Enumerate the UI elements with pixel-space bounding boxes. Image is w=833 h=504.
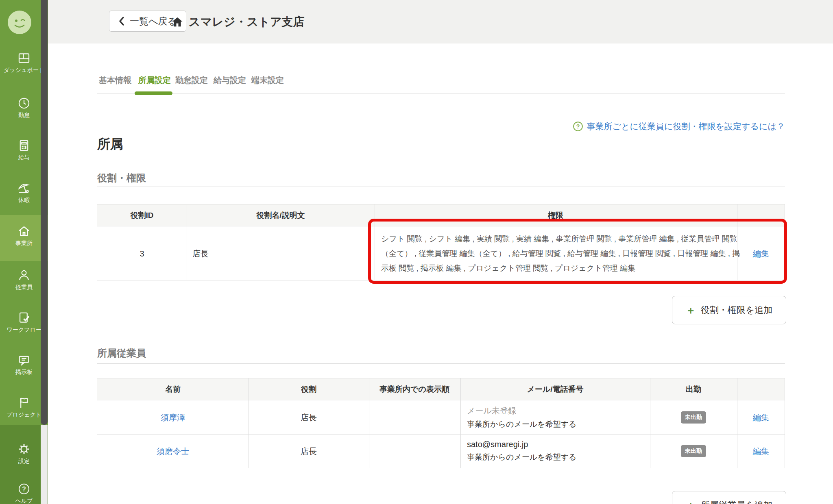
plus-icon: ＋	[686, 499, 696, 504]
dashboard-icon	[17, 51, 31, 65]
question-circle-icon: ?	[573, 121, 583, 132]
back-button-label: 一覧へ戻る	[130, 15, 177, 28]
permission-line: （全て） , 従業員管理 編集（全て） , 給与管理 閲覧 , 給与管理 編集 …	[381, 246, 740, 261]
row-border	[97, 434, 785, 434]
members-col-header-display-order: 事業所内での表示順	[379, 378, 449, 400]
question-circle-icon: ?	[17, 482, 31, 496]
sidebar-scrollbar-thumb[interactable]	[41, 0, 48, 425]
home-icon	[17, 224, 31, 238]
roles-col-header-name: 役割名/説明文	[256, 204, 305, 226]
role-edit-link[interactable]: 編集	[753, 248, 769, 259]
member-edit-link[interactable]: 編集	[753, 412, 769, 423]
column-border	[369, 378, 369, 468]
avatar[interactable]	[8, 11, 31, 34]
add-member-button[interactable]: ＋ 所属従業員を追加	[672, 491, 786, 504]
tab-basic-info[interactable]: 基本情報	[99, 75, 131, 86]
role-id-cell: 3	[140, 249, 144, 259]
chevron-left-icon	[118, 16, 125, 26]
tab-payroll-settings[interactable]: 給与設定	[214, 75, 246, 86]
roles-section-heading: 役割・権限	[97, 172, 146, 185]
top-header-bar: 一覧へ戻る スマレジ・ストア支店	[48, 0, 833, 43]
svg-text:?: ?	[576, 123, 580, 130]
member-mail-cell: メール未登録 事業所からのメールを希望する	[467, 401, 643, 434]
member-name-link[interactable]: 須磨令士	[157, 446, 189, 457]
flag-icon	[17, 396, 31, 410]
member-mail-primary: sato@smaregi.jp	[467, 440, 643, 449]
calculator-icon	[17, 139, 31, 152]
gear-icon	[17, 442, 31, 456]
active-tab-underline	[135, 91, 172, 95]
permission-line: シフト 閲覧 , シフト 編集 , 実績 閲覧 , 実績 編集 , 事業所管理 …	[381, 232, 740, 246]
column-border	[187, 204, 187, 280]
members-section-heading: 所属従業員	[97, 347, 146, 360]
add-role-button-label: 役割・権限を追加	[701, 304, 773, 316]
plus-icon: ＋	[686, 304, 696, 317]
member-role-cell: 店長	[301, 412, 317, 423]
roles-col-header-id: 役割ID	[131, 204, 154, 226]
member-mail-note: 事業所からのメールを希望する	[467, 419, 643, 430]
member-mail-note: 事業所からのメールを希望する	[467, 452, 643, 463]
page-title: 所属	[97, 135, 123, 153]
store-title: スマレジ・ストア支店	[171, 0, 305, 43]
roles-table: 役割ID 役割名/説明文 権限 3 店長 シフト 閲覧 , シフト 編集 , 実…	[97, 204, 785, 280]
tab-terminal-settings[interactable]: 端末設定	[251, 75, 284, 86]
person-icon	[17, 268, 31, 282]
roles-help-link-text: 事業所ごとに従業員に役割・権限を設定するには？	[587, 121, 785, 132]
column-border	[737, 378, 737, 468]
permission-line: 示板 閲覧 , 掲示板 編集 , プロジェクト管理 閲覧 , プロジェクト管理 …	[381, 261, 740, 276]
add-role-button[interactable]: ＋ 役割・権限を追加	[672, 296, 786, 324]
attendance-status-badge: 未出勤	[681, 411, 706, 424]
role-permissions-cell: シフト 閲覧 , シフト 編集 , 実績 閲覧 , 実績 編集 , 事業所管理 …	[381, 232, 740, 276]
tabs-divider-line	[97, 93, 785, 93]
member-mail-cell: sato@smaregi.jp 事業所からのメールを希望する	[467, 434, 643, 468]
member-edit-link[interactable]: 編集	[753, 446, 769, 457]
member-mail-primary: メール未登録	[467, 405, 643, 416]
members-col-header-mail: メール/電話番号	[527, 378, 583, 400]
add-member-button-label: 所属従業員を追加	[701, 499, 773, 504]
roles-help-link[interactable]: ? 事業所ごとに従業員に役割・権限を設定するには？	[573, 121, 785, 132]
tab-attendance-settings[interactable]: 勤怠設定	[175, 75, 208, 86]
members-col-header-attendance: 出勤	[686, 378, 701, 400]
app-window: ダッシュボード 勤怠 給与 休暇	[0, 0, 833, 504]
column-border	[249, 378, 249, 468]
column-border	[460, 378, 461, 468]
section-divider	[97, 187, 785, 187]
members-col-header-name: 名前	[165, 378, 181, 400]
member-name-link[interactable]: 須摩澤	[161, 412, 185, 423]
home-icon	[171, 16, 183, 28]
document-check-icon	[17, 311, 31, 325]
winking-face-icon	[8, 11, 31, 34]
attendance-status-badge: 未出勤	[681, 445, 706, 457]
roles-table-header-row	[97, 204, 785, 226]
store-title-text: スマレジ・ストア支店	[189, 14, 305, 30]
section-divider	[97, 363, 785, 364]
svg-text:?: ?	[22, 486, 26, 493]
clock-icon	[17, 96, 31, 110]
members-col-header-role: 役割	[301, 378, 316, 400]
role-name-cell: 店長	[192, 248, 209, 259]
column-border	[375, 204, 375, 280]
members-table: 名前 役割 事業所内での表示順 メール/電話番号 出勤 須摩澤 店長 メール未登…	[97, 378, 785, 468]
column-border	[650, 378, 650, 468]
speech-bubble-icon	[17, 353, 31, 367]
beach-umbrella-icon	[17, 181, 31, 195]
tab-affiliation-settings[interactable]: 所属設定	[138, 75, 171, 86]
sidebar-scrollbar-track[interactable]	[41, 425, 48, 504]
roles-col-header-permission: 権限	[548, 204, 563, 226]
member-role-cell: 店長	[301, 446, 317, 457]
